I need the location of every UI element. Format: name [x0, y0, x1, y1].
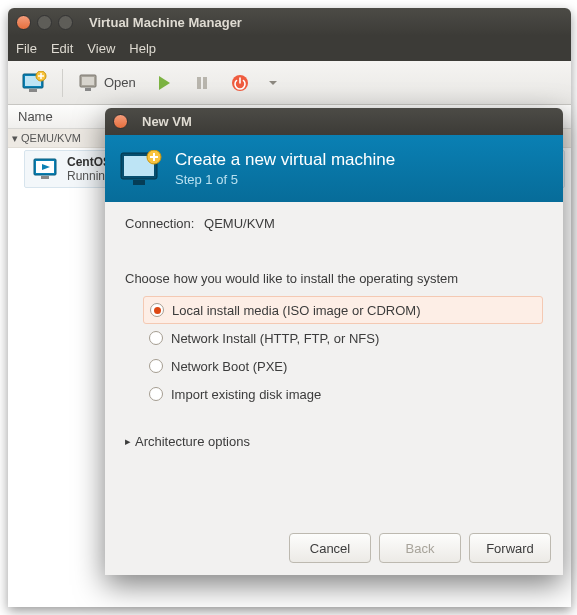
cancel-button[interactable]: Cancel — [289, 533, 371, 563]
radio-import-disk[interactable]: Import existing disk image — [143, 380, 543, 408]
dialog-step: Step 1 of 5 — [175, 172, 395, 187]
chevron-down-icon: ▾ — [12, 132, 18, 145]
svg-rect-2 — [29, 89, 37, 92]
run-button[interactable] — [147, 66, 181, 100]
radio-network-boot-label: Network Boot (PXE) — [171, 359, 287, 374]
connection-value: QEMU/KVM — [204, 216, 275, 231]
shutdown-menu-button[interactable] — [261, 66, 285, 100]
radio-icon — [149, 387, 163, 401]
dialog-body: Connection: QEMU/KVM Choose how you woul… — [105, 202, 563, 463]
radio-local-install-label: Local install media (ISO image or CDROM) — [172, 303, 421, 318]
architecture-options-expander[interactable]: ▸ Architecture options — [125, 434, 543, 449]
svg-rect-8 — [203, 77, 207, 89]
toolbar-separator — [62, 69, 63, 97]
install-method-radios: Local install media (ISO image or CDROM)… — [125, 296, 543, 408]
menu-edit[interactable]: Edit — [51, 41, 73, 56]
svg-rect-6 — [85, 88, 91, 91]
new-vm-icon — [119, 150, 163, 188]
monitor-play-icon — [33, 158, 59, 180]
forward-button[interactable]: Forward — [469, 533, 551, 563]
pause-button[interactable] — [185, 66, 219, 100]
menubar: File Edit View Help — [8, 36, 571, 61]
shutdown-button[interactable] — [223, 66, 257, 100]
dialog-header: Create a new virtual machine Step 1 of 5 — [105, 135, 563, 202]
new-vm-button[interactable] — [14, 66, 54, 100]
menu-file[interactable]: File — [16, 41, 37, 56]
main-titlebar[interactable]: Virtual Machine Manager — [8, 8, 571, 36]
open-button[interactable]: Open — [71, 66, 143, 100]
toolbar: Open — [8, 61, 571, 105]
radio-icon — [149, 331, 163, 345]
svg-rect-7 — [197, 77, 201, 89]
dialog-titlebar[interactable]: New VM — [105, 108, 563, 135]
svg-rect-12 — [41, 176, 49, 179]
radio-icon — [149, 359, 163, 373]
dialog-title: New VM — [142, 114, 192, 129]
radio-icon — [150, 303, 164, 317]
window-minimize-icon[interactable] — [37, 15, 52, 30]
radio-network-install-label: Network Install (HTTP, FTP, or NFS) — [171, 331, 379, 346]
menu-help[interactable]: Help — [129, 41, 156, 56]
open-button-label: Open — [104, 75, 136, 90]
svg-rect-15 — [133, 180, 145, 185]
svg-rect-5 — [82, 77, 94, 85]
radio-network-boot[interactable]: Network Boot (PXE) — [143, 352, 543, 380]
architecture-options-label: Architecture options — [135, 434, 250, 449]
connection-group-label: QEMU/KVM — [21, 132, 81, 144]
window-maximize-icon[interactable] — [58, 15, 73, 30]
radio-network-install[interactable]: Network Install (HTTP, FTP, or NFS) — [143, 324, 543, 352]
dialog-button-row: Cancel Back Forward — [289, 533, 551, 563]
connection-row: Connection: QEMU/KVM — [125, 216, 543, 231]
back-button: Back — [379, 533, 461, 563]
dialog-heading: Create a new virtual machine — [175, 150, 395, 170]
connection-label: Connection: — [125, 216, 194, 231]
menu-view[interactable]: View — [87, 41, 115, 56]
new-vm-dialog: New VM Create a new virtual machine Step… — [105, 108, 563, 575]
choose-install-message: Choose how you would like to install the… — [125, 271, 543, 286]
window-close-icon[interactable] — [16, 15, 31, 30]
window-title: Virtual Machine Manager — [89, 15, 242, 30]
radio-local-install[interactable]: Local install media (ISO image or CDROM) — [143, 296, 543, 324]
dialog-close-icon[interactable] — [113, 114, 128, 129]
radio-import-disk-label: Import existing disk image — [171, 387, 321, 402]
chevron-right-icon: ▸ — [125, 435, 131, 448]
